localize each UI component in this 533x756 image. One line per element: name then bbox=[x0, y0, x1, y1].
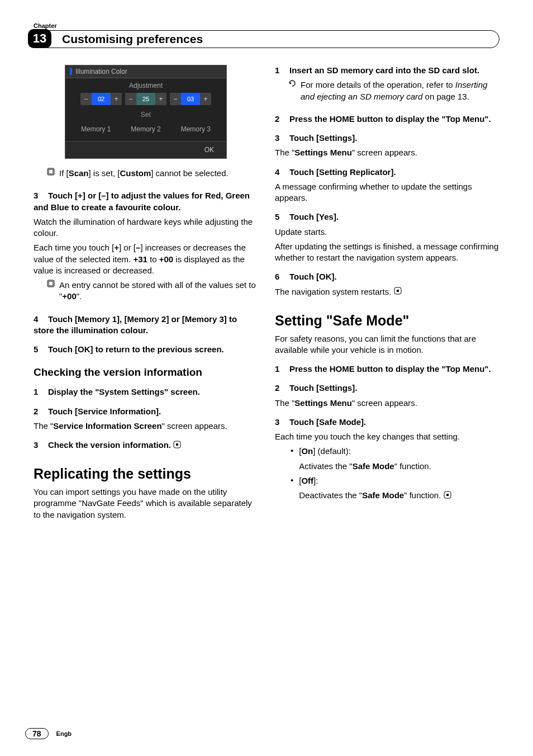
reference-arrow-icon bbox=[288, 79, 296, 106]
chapter-title: Customising preferences bbox=[39, 30, 499, 48]
step3-body2: Each time you touch [+] or [–] increases… bbox=[34, 242, 258, 276]
ver-step2-body: The "Service Information Screen" screen … bbox=[34, 420, 258, 432]
svg-rect-5 bbox=[176, 443, 178, 446]
note-icon bbox=[47, 280, 55, 306]
rep-step3-body: The "Settings Menu" screen appears. bbox=[275, 147, 499, 158]
page: Chapter 13 Customising preferences Illum… bbox=[0, 0, 533, 756]
ss-red-spinner[interactable]: − 02 + bbox=[80, 93, 122, 105]
note-values-zero: An entry cannot be stored with all of th… bbox=[47, 280, 258, 306]
page-header: 13 Customising preferences bbox=[34, 30, 499, 48]
ss-rgb-row: − 02 + − 25 + − 03 + bbox=[65, 92, 226, 110]
plus-icon[interactable]: + bbox=[200, 93, 211, 105]
step3-body1: Watch the illumination of hardware keys … bbox=[34, 216, 258, 239]
ss-green-spinner[interactable]: − 25 + bbox=[125, 93, 166, 105]
step3-heading: 3Touch [+] or [–] to adjust the values f… bbox=[34, 190, 258, 213]
sm-option-off: • [Off]: Deactivates the "Safe Mode" fun… bbox=[291, 475, 499, 505]
page-number: 78 bbox=[25, 728, 49, 739]
ver-step3: 3Check the version information. bbox=[34, 440, 258, 451]
svg-rect-9 bbox=[446, 494, 449, 496]
bullet-icon: • bbox=[291, 446, 293, 475]
ss-blue-value: 03 bbox=[181, 93, 200, 105]
plus-icon[interactable]: + bbox=[155, 93, 166, 105]
rep-step2: 2Press the HOME button to display the "T… bbox=[275, 114, 499, 125]
rep-step3: 3Touch [Settings]. bbox=[275, 133, 499, 144]
chapter-number-badge: 13 bbox=[28, 29, 51, 48]
rep-step5: 5Touch [Yes]. bbox=[275, 211, 499, 223]
replicating-body: You can import settings you have made on… bbox=[34, 486, 258, 521]
ver-step2: 2Touch [Service Information]. bbox=[34, 406, 258, 417]
chapter-label: Chapter bbox=[34, 22, 499, 29]
ss-title: Illumination Color bbox=[65, 65, 226, 78]
ss-memory3-button[interactable]: Memory 3 bbox=[181, 125, 211, 133]
sechead-safemode: Setting "Safe Mode" bbox=[275, 313, 499, 329]
rep-step4-body: A message confirming whether to update t… bbox=[275, 181, 499, 204]
rep-step5-body1: Update starts. bbox=[275, 226, 499, 238]
rep-step1: 1Insert an SD memory card into the SD ca… bbox=[275, 65, 499, 76]
minus-icon[interactable]: − bbox=[80, 93, 92, 105]
end-mark-icon bbox=[394, 286, 402, 297]
ver-step1: 1Display the "System Settings" screen. bbox=[34, 386, 258, 398]
end-mark-icon bbox=[444, 490, 451, 502]
end-mark-icon bbox=[173, 440, 181, 451]
ss-blue-spinner[interactable]: − 03 + bbox=[170, 93, 211, 105]
ss-ok-button[interactable]: OK bbox=[65, 141, 226, 158]
plus-icon[interactable]: + bbox=[111, 93, 122, 105]
minus-icon[interactable]: − bbox=[125, 93, 136, 105]
rep-step6: 6Touch [OK]. bbox=[275, 271, 499, 282]
rep-step5-body2: After updating the settings is finished,… bbox=[275, 241, 499, 264]
svg-rect-3 bbox=[49, 281, 53, 286]
ss-memory2-button[interactable]: Memory 2 bbox=[131, 125, 160, 133]
sm-step1: 1Press the HOME button to display the "T… bbox=[275, 363, 499, 375]
left-column: Illumination Color Adjustment − 02 + − 2… bbox=[34, 65, 258, 524]
ss-set-label: Set bbox=[65, 110, 226, 122]
rep-step4: 4Touch [Setting Replicator]. bbox=[275, 167, 499, 178]
bullet-icon: • bbox=[291, 475, 293, 505]
locale-label: Engb bbox=[56, 730, 72, 737]
note-icon bbox=[47, 168, 55, 182]
safemode-intro: For safety reasons, you can limit the fu… bbox=[275, 333, 499, 356]
ss-green-value: 25 bbox=[136, 93, 155, 105]
rep-step1-ref: For more details of the operation, refer… bbox=[288, 79, 499, 106]
sm-step2: 2Touch [Settings]. bbox=[275, 382, 499, 394]
minus-icon[interactable]: − bbox=[170, 93, 181, 105]
page-footer: 78 Engb bbox=[25, 728, 72, 739]
ss-adjustment-label: Adjustment bbox=[65, 78, 226, 92]
ss-red-value: 02 bbox=[92, 93, 111, 105]
illumination-color-screenshot: Illumination Color Adjustment − 02 + − 2… bbox=[65, 65, 227, 159]
ss-memory1-button[interactable]: Memory 1 bbox=[81, 125, 111, 133]
subhead-version-info: Checking the version information bbox=[34, 366, 258, 379]
sechead-replicating: Replicating the settings bbox=[34, 466, 258, 482]
note-scan-custom: If [Scan] is set, [Custom] cannot be sel… bbox=[47, 168, 258, 182]
sm-step2-body: The "Settings Menu" screen appears. bbox=[275, 398, 499, 409]
rep-step6-body: The navigation system restarts. bbox=[275, 286, 499, 298]
content-columns: Illumination Color Adjustment − 02 + − 2… bbox=[34, 65, 499, 524]
step4-heading: 4Touch [Memory 1], [Memory 2] or [Memory… bbox=[34, 314, 258, 337]
sm-option-on: • [On] (default): Activates the "Safe Mo… bbox=[291, 446, 499, 475]
sm-step3-body: Each time you touch the key changes that… bbox=[275, 431, 499, 442]
step5-heading: 5Touch [OK] to return to the previous sc… bbox=[34, 344, 258, 355]
right-column: 1Insert an SD memory card into the SD ca… bbox=[275, 65, 499, 524]
sm-step3: 3Touch [Safe Mode]. bbox=[275, 417, 499, 428]
svg-rect-1 bbox=[49, 169, 53, 174]
svg-rect-7 bbox=[397, 290, 399, 292]
